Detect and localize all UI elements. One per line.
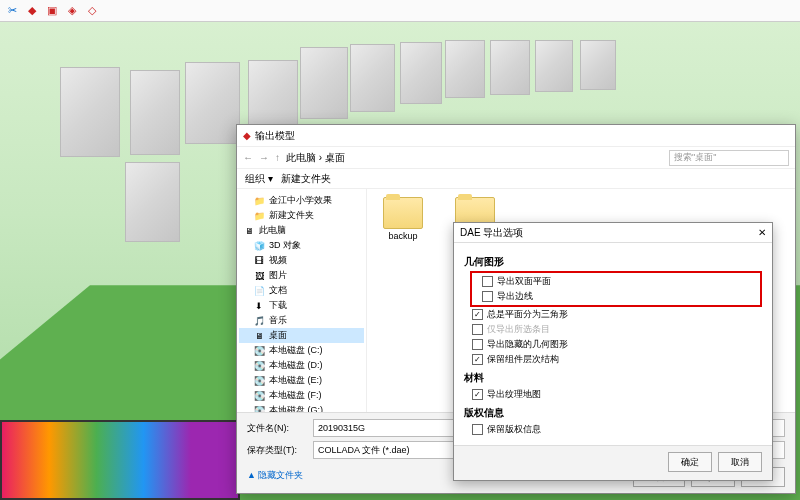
tree-item[interactable]: 💽本地磁盘 (E:) (239, 373, 364, 388)
hide-folders-link[interactable]: ▲ 隐藏文件夹 (247, 469, 303, 482)
dialog-title: 输出模型 (255, 129, 295, 143)
group-geometry: 几何图形 (464, 255, 762, 269)
folder-icon: 📁 (253, 195, 265, 207)
nav-back-icon[interactable]: ← (243, 152, 253, 163)
tree-item[interactable]: 💽本地磁盘 (D:) (239, 358, 364, 373)
folder-icon: 🖥 (253, 330, 265, 342)
filename-label: 文件名(N): (247, 422, 307, 435)
folder-icon: 🎞 (253, 255, 265, 267)
tool-red4-icon[interactable]: ◇ (84, 3, 100, 19)
folder-icon: 📁 (253, 210, 265, 222)
tree-item[interactable]: ⬇下载 (239, 298, 364, 313)
folder-icon: 🧊 (253, 240, 265, 252)
folder-icon: 🖥 (243, 225, 255, 237)
folder-icon: 📄 (253, 285, 265, 297)
folder-icon: 🎵 (253, 315, 265, 327)
dialog-titlebar: ◆ 输出模型 (237, 125, 795, 147)
folder-icon: 💽 (253, 360, 265, 372)
close-icon[interactable]: ✕ (758, 227, 766, 238)
tree-item[interactable]: 🖥桌面 (239, 328, 364, 343)
folder-icon: 💽 (253, 405, 265, 413)
tree-item[interactable]: 💽本地磁盘 (C:) (239, 343, 364, 358)
tree-item[interactable]: 🎵音乐 (239, 313, 364, 328)
options-cancel-button[interactable]: 取消 (718, 452, 762, 472)
search-input[interactable]: 搜索"桌面" (669, 150, 789, 166)
organize-button[interactable]: 组织 ▾ (245, 172, 273, 186)
options-ok-button[interactable]: 确定 (668, 452, 712, 472)
tool-red3-icon[interactable]: ◈ (64, 3, 80, 19)
tree-item[interactable]: 🧊3D 对象 (239, 238, 364, 253)
new-folder-button[interactable]: 新建文件夹 (281, 172, 331, 186)
folder-icon: 💽 (253, 390, 265, 402)
file-item[interactable]: backup (375, 197, 431, 241)
dialog-toolbar: 组织 ▾ 新建文件夹 (237, 169, 795, 189)
tool-red1-icon[interactable]: ◆ (24, 3, 40, 19)
tree-item[interactable]: 📁金江中小学效果 (239, 193, 364, 208)
chk-triangulate[interactable] (472, 309, 483, 320)
tree-item[interactable]: 📁新建文件夹 (239, 208, 364, 223)
app-icon: ◆ (243, 130, 251, 141)
nav-fwd-icon[interactable]: → (259, 152, 269, 163)
folder-icon: 💽 (253, 375, 265, 387)
chk-edges[interactable] (482, 291, 493, 302)
tree-item[interactable]: 💽本地磁盘 (F:) (239, 388, 364, 403)
folder-icon: 🖼 (253, 270, 265, 282)
tree-item[interactable]: 🖼图片 (239, 268, 364, 283)
dialog-nav: ← → ↑ 此电脑 › 桌面 搜索"桌面" (237, 147, 795, 169)
tool-scissors-icon[interactable]: ✂ (4, 3, 20, 19)
folder-icon: ⬇ (253, 300, 265, 312)
folder-tree[interactable]: 📁金江中小学效果📁新建文件夹🖥此电脑🧊3D 对象🎞视频🖼图片📄文档⬇下载🎵音乐🖥… (237, 189, 367, 412)
options-title: DAE 导出选项 (460, 226, 523, 240)
folder-icon (383, 197, 423, 229)
tree-item[interactable]: 📄文档 (239, 283, 364, 298)
nav-up-icon[interactable]: ↑ (275, 152, 280, 163)
tree-item[interactable]: 🎞视频 (239, 253, 364, 268)
tree-item[interactable]: 💽本地磁盘 (G:) (239, 403, 364, 412)
breadcrumb[interactable]: 此电脑 › 桌面 (286, 151, 663, 165)
group-materials: 材料 (464, 371, 762, 385)
app-toolbar: ✂ ◆ ▣ ◈ ◇ (0, 0, 800, 22)
tool-red2-icon[interactable]: ▣ (44, 3, 60, 19)
chk-selection-only (472, 324, 483, 335)
folder-icon: 💽 (253, 345, 265, 357)
chk-credits[interactable] (472, 424, 483, 435)
chk-textures[interactable] (472, 389, 483, 400)
filetype-label: 保存类型(T): (247, 444, 307, 457)
group-credits: 版权信息 (464, 406, 762, 420)
chk-hidden-geom[interactable] (472, 339, 483, 350)
chk-hierarchy[interactable] (472, 354, 483, 365)
chk-twosided[interactable] (482, 276, 493, 287)
dae-options-dialog: DAE 导出选项 ✕ 几何图形 导出双面平面 导出边线 总是平面分为三角形 仅导… (453, 222, 773, 481)
tree-item[interactable]: 🖥此电脑 (239, 223, 364, 238)
